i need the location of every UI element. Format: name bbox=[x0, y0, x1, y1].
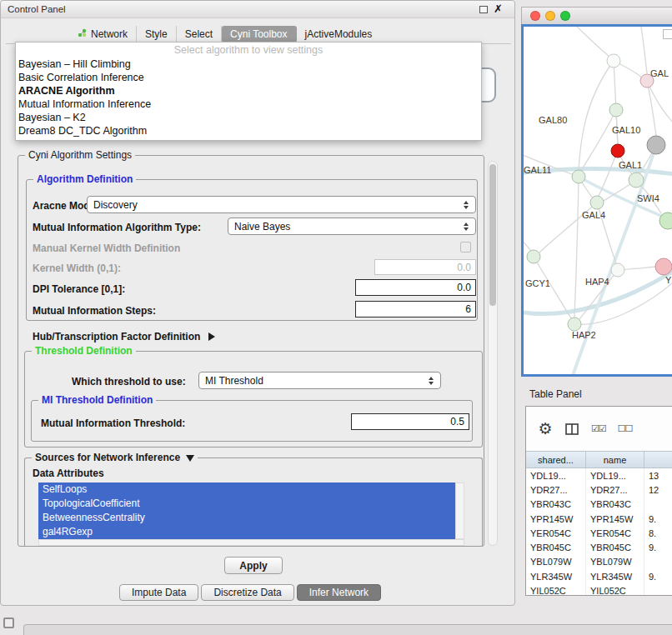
network-edge[interactable] bbox=[647, 81, 672, 127]
column-header-shared[interactable]: shared... bbox=[526, 452, 586, 468]
attribute-selfloops[interactable]: SelfLoops bbox=[38, 482, 455, 497]
tab-select[interactable]: Select bbox=[177, 26, 222, 42]
network-node[interactable] bbox=[568, 318, 581, 331]
select-all-icon[interactable]: ☑☑ bbox=[591, 423, 606, 434]
gear-icon[interactable]: ⚙ bbox=[538, 419, 553, 438]
network-node[interactable] bbox=[647, 136, 665, 154]
tab-jactivemodules[interactable]: jActiveModules bbox=[297, 26, 381, 42]
bottom-tabs: Impute DataDiscretize DataInfer Network bbox=[119, 584, 381, 601]
network-edge[interactable] bbox=[579, 61, 614, 170]
table-cell: YBR045C bbox=[586, 540, 644, 554]
scrollbar-thumb[interactable] bbox=[489, 164, 496, 306]
data-attributes-label: Data Attributes bbox=[33, 468, 104, 479]
dpi-tolerance-input[interactable] bbox=[355, 279, 476, 296]
algorithm-option-mutual-information-inference[interactable]: Mutual Information Inference bbox=[16, 98, 481, 111]
node-label-gcy1: GCY1 bbox=[525, 278, 550, 288]
table-row[interactable]: YIL052CYIL052C bbox=[526, 583, 672, 596]
mi-threshold-label: Mutual Information Threshold: bbox=[41, 418, 185, 429]
network-node[interactable] bbox=[590, 196, 604, 209]
network-edge[interactable] bbox=[574, 283, 672, 324]
sources-group-toggle[interactable]: Sources for Network Inference bbox=[32, 452, 198, 463]
network-node[interactable] bbox=[629, 172, 644, 188]
table-row[interactable]: YDR27...YDR27...12 bbox=[526, 482, 672, 497]
table-cell: YER054C bbox=[586, 526, 644, 540]
spinner-arrows-icon bbox=[426, 377, 440, 385]
network-edge[interactable] bbox=[574, 177, 579, 317]
algorithm-option-dream8-dc-tdc-algorithm[interactable]: Dream8 DC_TDC Algorithm bbox=[16, 124, 481, 138]
mi-type-label: Mutual Information Algorithm Type: bbox=[33, 222, 201, 233]
algorithm-dropdown-popup: Select algorithm to view settings Bayesi… bbox=[15, 42, 482, 141]
cyni-settings-group-title: Cyni Algorithm Settings bbox=[25, 149, 135, 161]
settings-scrollbar[interactable] bbox=[488, 161, 498, 546]
tab-network[interactable]: Network bbox=[69, 26, 137, 42]
column-header-name[interactable]: name bbox=[586, 452, 644, 468]
algorithm-option-basic-correlation-inference[interactable]: Basic Correlation Inference bbox=[16, 71, 481, 84]
network-edge[interactable] bbox=[647, 81, 656, 136]
minimize-traffic-light[interactable] bbox=[545, 11, 555, 21]
network-edge[interactable] bbox=[640, 27, 647, 73]
table-cell bbox=[644, 498, 672, 512]
bottom-tab-discretize-data[interactable]: Discretize Data bbox=[201, 584, 293, 601]
table-row[interactable]: YBR045CYBR045C9. bbox=[526, 540, 672, 554]
apply-button[interactable]: Apply bbox=[224, 557, 283, 574]
attribute-topologicalcoefficient[interactable]: TopologicalCoefficient bbox=[38, 497, 455, 511]
float-window-icon[interactable] bbox=[479, 6, 488, 13]
table-row[interactable]: YLR345WYLR345W9. bbox=[526, 569, 672, 583]
network-node[interactable] bbox=[611, 263, 624, 277]
network-node[interactable] bbox=[607, 54, 620, 68]
aracne-mode-select[interactable]: Discovery bbox=[87, 196, 476, 213]
column-header-extra[interactable] bbox=[644, 452, 672, 468]
algorithm-option-aracne-algorithm[interactable]: ARACNE Algorithm bbox=[16, 84, 481, 98]
which-threshold-select[interactable]: MI Threshold bbox=[198, 372, 441, 389]
attribute-betweennesscentrality[interactable]: BetweennessCentrality bbox=[38, 511, 455, 525]
mi-type-select[interactable]: Naive Bayes bbox=[228, 218, 476, 235]
network-edge[interactable] bbox=[572, 27, 609, 57]
network-node[interactable] bbox=[611, 144, 624, 158]
columns-icon[interactable] bbox=[564, 423, 579, 435]
attribute-list-vscrollbar[interactable] bbox=[455, 482, 464, 539]
control-panel-titlebar: Control Panel ✗ bbox=[1, 1, 514, 18]
network-node[interactable] bbox=[527, 250, 540, 263]
network-edge[interactable] bbox=[599, 151, 618, 196]
kernel-width-input bbox=[374, 259, 476, 275]
network-node[interactable] bbox=[572, 170, 585, 183]
attribute-gal4rgexp[interactable]: gal4RGexp bbox=[38, 525, 455, 539]
table-body: YDL19...YDL19...13YDR27...YDR27...12YBR0… bbox=[526, 468, 672, 596]
zoom-traffic-light[interactable] bbox=[560, 11, 570, 21]
table-cell: YDL19... bbox=[526, 468, 586, 482]
network-node[interactable] bbox=[655, 258, 672, 275]
node-label-gal4: GAL4 bbox=[582, 210, 605, 220]
close-traffic-light[interactable] bbox=[530, 11, 540, 21]
mi-steps-input[interactable] bbox=[355, 301, 476, 318]
mi-type-value: Naive Bayes bbox=[234, 221, 290, 232]
mi-threshold-input[interactable] bbox=[351, 413, 469, 430]
table-row[interactable]: YBL079WYBL079W bbox=[526, 555, 672, 569]
sources-title-text: Sources for Network Inference bbox=[35, 452, 180, 463]
network-canvas[interactable]: GALGAL80GAL10GAL11GAL1SWI4GAL4GCY1HAP4YH… bbox=[521, 24, 672, 377]
bottom-tab-infer-network[interactable]: Infer Network bbox=[297, 584, 381, 601]
control-panel: Control Panel ✗ NetworkStyleSelectCyni T… bbox=[0, 0, 515, 606]
network-node[interactable] bbox=[659, 212, 672, 229]
network-window-titlebar[interactable] bbox=[521, 7, 672, 24]
manual-kernel-checkbox bbox=[460, 242, 471, 252]
table-cell: YBL079W bbox=[526, 555, 586, 569]
attribute-list-hscrollbar[interactable] bbox=[38, 539, 464, 546]
collapsed-panel-icon[interactable] bbox=[3, 618, 14, 628]
network-node[interactable] bbox=[609, 103, 623, 117]
tab-cyni-toolbox[interactable]: Cyni Toolbox bbox=[222, 26, 296, 42]
bottom-tab-impute-data[interactable]: Impute Data bbox=[119, 584, 198, 601]
network-edge[interactable] bbox=[524, 237, 531, 251]
hub-section-toggle[interactable]: Hub/Transcription Factor Definition bbox=[33, 328, 215, 343]
algorithm-definition-title: Algorithm Definition bbox=[33, 173, 136, 185]
table-row[interactable]: YDL19...YDL19...13 bbox=[526, 468, 672, 482]
table-row[interactable]: YPR145WYPR145W9. bbox=[526, 512, 672, 526]
table-cell: YDR27... bbox=[586, 482, 644, 497]
close-icon[interactable]: ✗ bbox=[494, 2, 503, 15]
tab-style[interactable]: Style bbox=[137, 26, 177, 42]
algorithm-option-bayesian-hill-climbing[interactable]: Bayesian – Hill Climbing bbox=[16, 58, 481, 71]
network-svg[interactable]: GALGAL80GAL10GAL11GAL1SWI4GAL4GCY1HAP4YH… bbox=[524, 27, 672, 374]
table-row[interactable]: YER054CYER054C8. bbox=[526, 526, 672, 540]
algorithm-option-bayesian-k2[interactable]: Bayesian – K2 bbox=[16, 111, 481, 124]
table-row[interactable]: YBR043CYBR043C bbox=[526, 498, 672, 512]
deselect-all-icon[interactable]: ☐☐ bbox=[618, 423, 633, 434]
